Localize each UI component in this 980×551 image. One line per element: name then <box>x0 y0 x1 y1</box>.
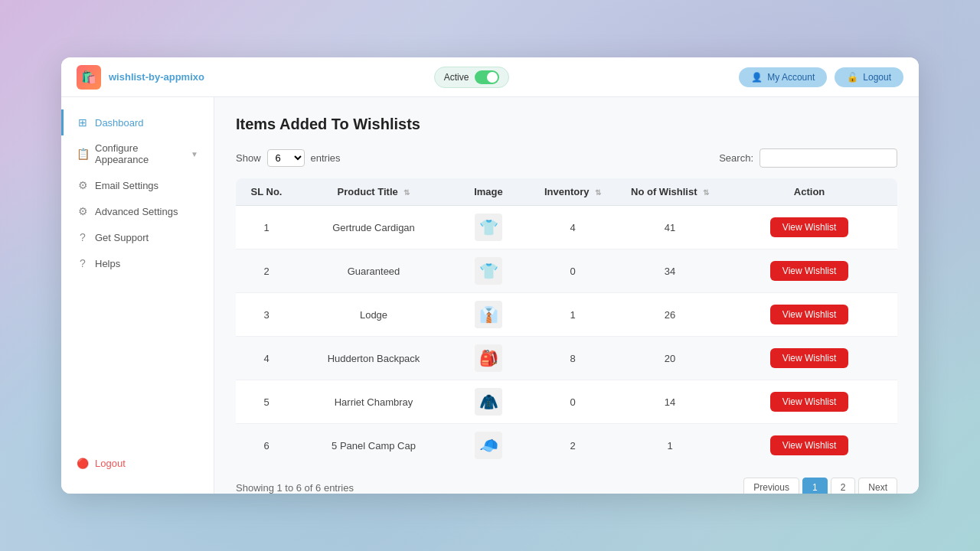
table-row: 1 Gertrude Cardigan 👕 4 41 View Wishlist <box>236 206 897 249</box>
product-image: 👔 <box>475 301 502 328</box>
cell-inventory: 0 <box>527 249 619 293</box>
cell-inventory: 4 <box>527 206 619 249</box>
sort-icon-wishlist: ⇅ <box>703 188 709 197</box>
view-wishlist-button[interactable]: View Wishlist <box>770 435 848 455</box>
pagination: Previous 1 2 Next <box>743 478 897 494</box>
cell-title: Gertrude Cardigan <box>297 206 450 249</box>
cell-action: View Wishlist <box>721 424 897 468</box>
cell-image: 👕 <box>450 206 527 249</box>
table-body: 1 Gertrude Cardigan 👕 4 41 View Wishlist… <box>236 206 897 468</box>
cell-sl: 6 <box>236 424 297 468</box>
product-image: 🧢 <box>475 432 502 459</box>
top-bar-right: 👤 My Account 🔓 Logout <box>739 67 903 87</box>
email-icon: ⚙ <box>77 179 89 191</box>
app-window: 🛍️ wishlist-by-appmixo Active 👤 My Accou… <box>61 57 919 494</box>
cell-title: Guaranteed <box>297 249 450 293</box>
showing-text: Showing 1 to 6 of 6 entries <box>236 482 354 494</box>
pagination-page-2[interactable]: 2 <box>831 478 856 494</box>
active-label: Active <box>444 72 469 83</box>
cell-action: View Wishlist <box>721 249 897 293</box>
table-row: 2 Guaranteed 👕 0 34 View Wishlist <box>236 249 897 293</box>
col-header-sl: SL No. <box>236 178 297 206</box>
cell-inventory: 0 <box>527 380 619 424</box>
cell-inventory: 8 <box>527 337 619 380</box>
col-header-title: Product Title ⇅ <box>297 178 450 206</box>
my-account-button[interactable]: 👤 My Account <box>739 67 827 87</box>
col-header-action: Action <box>721 178 897 206</box>
chevron-icon: ▼ <box>191 150 198 158</box>
pagination-previous[interactable]: Previous <box>743 478 799 494</box>
sidebar-item-email-settings[interactable]: ⚙ Email Settings <box>61 172 214 198</box>
sidebar-item-helps[interactable]: ? Helps <box>61 250 214 276</box>
page-content: Items Added To Wishlists Show 6 10 25 50… <box>214 97 919 494</box>
pagination-next[interactable]: Next <box>858 478 897 494</box>
col-header-wishlist: No of Wishlist ⇅ <box>619 178 721 206</box>
sort-icon-title: ⇅ <box>403 188 410 197</box>
table-row: 5 Harriet Chambray 🧥 0 14 View Wishlist <box>236 380 897 424</box>
account-icon: 👤 <box>751 72 763 83</box>
top-bar-left: 🛍️ wishlist-by-appmixo <box>77 65 204 90</box>
product-image: 👕 <box>475 214 502 241</box>
cell-image: 👔 <box>450 293 527 337</box>
cell-sl: 5 <box>236 380 297 424</box>
col-header-inventory: Inventory ⇅ <box>527 178 619 206</box>
cell-action: View Wishlist <box>721 380 897 424</box>
dashboard-icon: ⊞ <box>77 116 89 129</box>
view-wishlist-button[interactable]: View Wishlist <box>770 261 848 281</box>
logout-icon: 🔓 <box>847 72 858 83</box>
cell-wishlist: 20 <box>619 337 721 380</box>
active-toggle-switch[interactable] <box>475 70 499 84</box>
cell-wishlist: 1 <box>619 424 721 468</box>
search-input[interactable] <box>760 148 897 168</box>
cell-sl: 2 <box>236 249 297 293</box>
table-controls: Show 6 10 25 50 entries Search: <box>236 148 897 168</box>
cell-action: View Wishlist <box>721 337 897 380</box>
header-logout-button[interactable]: 🔓 Logout <box>835 67 903 87</box>
product-image: 🧥 <box>475 388 502 416</box>
main-content: ⊞ Dashboard 📋 Configure Appearance ▼ ⚙ E… <box>61 97 919 494</box>
cell-title: Hudderton Backpack <box>297 337 450 380</box>
sidebar-logout-icon: 🔴 <box>77 458 89 469</box>
sidebar-logout-button[interactable]: 🔴 Logout <box>77 458 126 469</box>
pagination-page-1[interactable]: 1 <box>802 478 828 494</box>
helps-icon: ? <box>77 257 89 269</box>
cell-title: 5 Panel Camp Cap <box>297 424 450 468</box>
support-icon: ? <box>77 231 89 243</box>
advanced-icon: ⚙ <box>77 205 89 217</box>
show-entries-control: Show 6 10 25 50 entries <box>236 149 341 167</box>
sidebar-item-advanced-settings[interactable]: ⚙ Advanced Settings <box>61 198 214 224</box>
sidebar-item-get-support[interactable]: ? Get Support <box>61 224 214 250</box>
cell-wishlist: 14 <box>619 380 721 424</box>
configure-icon: 📋 <box>77 148 89 160</box>
view-wishlist-button[interactable]: View Wishlist <box>770 305 848 324</box>
page-title: Items Added To Wishlists <box>236 116 897 133</box>
logo-emoji: 🛍️ <box>81 70 96 84</box>
cell-inventory: 2 <box>527 424 619 468</box>
entries-select[interactable]: 6 10 25 50 <box>267 149 305 167</box>
cell-wishlist: 26 <box>619 293 721 337</box>
data-table: SL No. Product Title ⇅ Image Inventory ⇅… <box>236 178 897 467</box>
product-image: 👕 <box>475 257 502 285</box>
view-wishlist-button[interactable]: View Wishlist <box>770 217 848 237</box>
active-toggle: Active <box>434 67 510 88</box>
logo-icon: 🛍️ <box>77 65 101 90</box>
top-bar: 🛍️ wishlist-by-appmixo Active 👤 My Accou… <box>61 57 919 97</box>
view-wishlist-button[interactable]: View Wishlist <box>770 392 848 412</box>
sidebar-bottom: 🔴 Logout <box>61 458 214 481</box>
sidebar-item-dashboard[interactable]: ⊞ Dashboard <box>61 109 214 135</box>
cell-action: View Wishlist <box>721 293 897 337</box>
cell-action: View Wishlist <box>721 206 897 249</box>
cell-wishlist: 34 <box>619 249 721 293</box>
cell-image: 🧥 <box>450 380 527 424</box>
view-wishlist-button[interactable]: View Wishlist <box>770 348 848 368</box>
sort-icon-inventory: ⇅ <box>595 188 601 197</box>
sidebar: ⊞ Dashboard 📋 Configure Appearance ▼ ⚙ E… <box>61 97 214 494</box>
cell-title: Lodge <box>297 293 450 337</box>
cell-sl: 3 <box>236 293 297 337</box>
cell-sl: 4 <box>236 337 297 380</box>
table-row: 3 Lodge 👔 1 26 View Wishlist <box>236 293 897 337</box>
search-label: Search: <box>719 152 753 164</box>
table-footer: Showing 1 to 6 of 6 entries Previous 1 2… <box>236 478 897 494</box>
logo-text: wishlist-by-appmixo <box>109 71 204 83</box>
sidebar-item-configure-appearance[interactable]: 📋 Configure Appearance ▼ <box>61 135 214 172</box>
